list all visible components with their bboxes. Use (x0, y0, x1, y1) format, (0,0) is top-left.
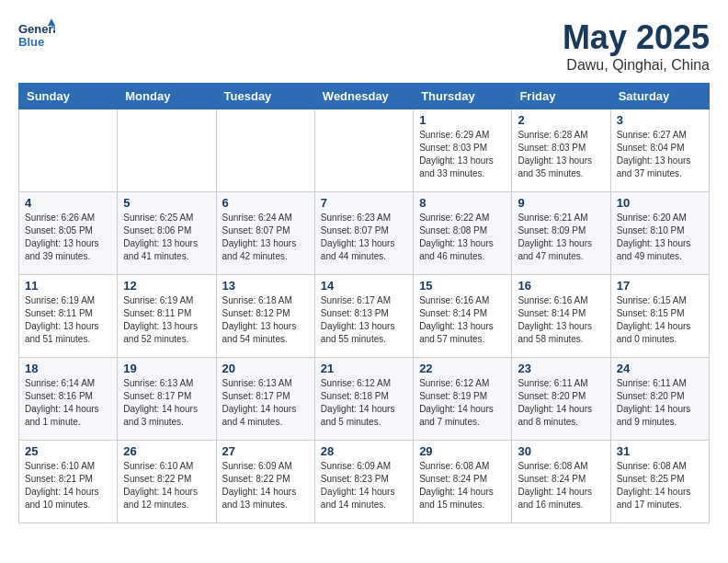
day-info: Sunrise: 6:13 AM Sunset: 8:17 PM Dayligh… (123, 377, 210, 429)
calendar-cell: 7Sunrise: 6:23 AM Sunset: 8:07 PM Daylig… (314, 192, 413, 275)
day-info: Sunrise: 6:27 AM Sunset: 8:04 PM Dayligh… (617, 129, 703, 180)
calendar-cell: 30Sunrise: 6:08 AM Sunset: 8:24 PM Dayli… (512, 441, 610, 523)
calendar-cell: 6Sunrise: 6:24 AM Sunset: 8:07 PM Daylig… (216, 192, 314, 275)
calendar-cell: 5Sunrise: 6:25 AM Sunset: 8:06 PM Daylig… (118, 192, 216, 275)
day-info: Sunrise: 6:21 AM Sunset: 8:09 PM Dayligh… (518, 212, 604, 263)
day-info: Sunrise: 6:11 AM Sunset: 8:20 PM Dayligh… (518, 377, 604, 429)
calendar-cell: 19Sunrise: 6:13 AM Sunset: 8:17 PM Dayli… (118, 358, 216, 441)
day-number: 4 (25, 196, 111, 210)
calendar-header-tuesday: Tuesday (216, 84, 314, 109)
calendar-cell: 8Sunrise: 6:22 AM Sunset: 8:08 PM Daylig… (414, 192, 512, 275)
calendar-cell: 2Sunrise: 6:28 AM Sunset: 8:03 PM Daylig… (512, 109, 610, 192)
calendar-week-row: 25Sunrise: 6:10 AM Sunset: 8:21 PM Dayli… (19, 441, 710, 523)
calendar-cell: 29Sunrise: 6:08 AM Sunset: 8:24 PM Dayli… (414, 441, 512, 523)
calendar-cell (118, 109, 216, 192)
day-number: 28 (321, 444, 407, 458)
day-number: 24 (617, 362, 703, 375)
day-number: 31 (617, 444, 703, 458)
day-info: Sunrise: 6:15 AM Sunset: 8:15 PM Dayligh… (617, 294, 703, 346)
calendar: SundayMondayTuesdayWednesdayThursdayFrid… (18, 83, 710, 523)
calendar-cell: 24Sunrise: 6:11 AM Sunset: 8:20 PM Dayli… (610, 358, 709, 441)
month-title: May 2025 (563, 18, 710, 57)
day-number: 19 (123, 362, 210, 375)
logo: General Blue (18, 18, 55, 51)
day-info: Sunrise: 6:13 AM Sunset: 8:17 PM Dayligh… (222, 377, 309, 429)
calendar-header-row: SundayMondayTuesdayWednesdayThursdayFrid… (19, 84, 710, 109)
calendar-cell: 9Sunrise: 6:21 AM Sunset: 8:09 PM Daylig… (512, 192, 610, 275)
calendar-cell: 4Sunrise: 6:26 AM Sunset: 8:05 PM Daylig… (19, 192, 118, 275)
svg-text:Blue: Blue (18, 35, 44, 49)
day-info: Sunrise: 6:14 AM Sunset: 8:16 PM Dayligh… (25, 377, 111, 429)
calendar-cell: 3Sunrise: 6:27 AM Sunset: 8:04 PM Daylig… (610, 109, 709, 192)
day-info: Sunrise: 6:29 AM Sunset: 8:03 PM Dayligh… (419, 129, 506, 180)
calendar-cell: 18Sunrise: 6:14 AM Sunset: 8:16 PM Dayli… (19, 358, 118, 441)
day-number: 22 (419, 362, 506, 375)
calendar-cell: 10Sunrise: 6:20 AM Sunset: 8:10 PM Dayli… (610, 192, 709, 275)
calendar-cell: 27Sunrise: 6:09 AM Sunset: 8:22 PM Dayli… (216, 441, 314, 523)
day-info: Sunrise: 6:10 AM Sunset: 8:21 PM Dayligh… (25, 460, 111, 511)
day-number: 5 (123, 196, 210, 210)
calendar-cell (19, 109, 118, 192)
calendar-week-row: 18Sunrise: 6:14 AM Sunset: 8:16 PM Dayli… (19, 358, 710, 441)
day-info: Sunrise: 6:18 AM Sunset: 8:12 PM Dayligh… (222, 294, 309, 346)
calendar-cell: 12Sunrise: 6:19 AM Sunset: 8:11 PM Dayli… (118, 275, 216, 358)
day-info: Sunrise: 6:16 AM Sunset: 8:14 PM Dayligh… (518, 294, 604, 346)
day-number: 1 (419, 113, 506, 127)
day-number: 11 (25, 279, 111, 293)
calendar-header-sunday: Sunday (19, 84, 118, 109)
day-info: Sunrise: 6:17 AM Sunset: 8:13 PM Dayligh… (321, 294, 407, 346)
day-number: 3 (617, 113, 703, 127)
calendar-week-row: 1Sunrise: 6:29 AM Sunset: 8:03 PM Daylig… (19, 109, 710, 192)
calendar-cell: 20Sunrise: 6:13 AM Sunset: 8:17 PM Dayli… (216, 358, 314, 441)
day-info: Sunrise: 6:11 AM Sunset: 8:20 PM Dayligh… (617, 377, 703, 429)
day-number: 27 (222, 444, 309, 458)
calendar-cell: 28Sunrise: 6:09 AM Sunset: 8:23 PM Dayli… (314, 441, 413, 523)
day-number: 7 (321, 196, 407, 210)
day-info: Sunrise: 6:20 AM Sunset: 8:10 PM Dayligh… (617, 212, 703, 263)
calendar-cell: 14Sunrise: 6:17 AM Sunset: 8:13 PM Dayli… (314, 275, 413, 358)
day-number: 18 (25, 362, 111, 375)
calendar-cell: 16Sunrise: 6:16 AM Sunset: 8:14 PM Dayli… (512, 275, 610, 358)
calendar-cell (216, 109, 314, 192)
day-number: 25 (25, 444, 111, 458)
day-number: 10 (617, 196, 703, 210)
day-info: Sunrise: 6:16 AM Sunset: 8:14 PM Dayligh… (419, 294, 506, 346)
calendar-cell: 21Sunrise: 6:12 AM Sunset: 8:18 PM Dayli… (314, 358, 413, 441)
calendar-week-row: 11Sunrise: 6:19 AM Sunset: 8:11 PM Dayli… (19, 275, 710, 358)
day-number: 13 (222, 279, 309, 293)
calendar-cell: 25Sunrise: 6:10 AM Sunset: 8:21 PM Dayli… (19, 441, 118, 523)
day-info: Sunrise: 6:08 AM Sunset: 8:24 PM Dayligh… (518, 460, 604, 511)
logo-icon: General Blue (18, 18, 55, 51)
calendar-cell: 31Sunrise: 6:08 AM Sunset: 8:25 PM Dayli… (610, 441, 709, 523)
calendar-cell: 17Sunrise: 6:15 AM Sunset: 8:15 PM Dayli… (610, 275, 709, 358)
day-info: Sunrise: 6:26 AM Sunset: 8:05 PM Dayligh… (25, 212, 111, 263)
day-info: Sunrise: 6:09 AM Sunset: 8:23 PM Dayligh… (321, 460, 407, 511)
day-info: Sunrise: 6:19 AM Sunset: 8:11 PM Dayligh… (123, 294, 210, 346)
calendar-header-monday: Monday (118, 84, 216, 109)
location-title: Dawu, Qinghai, China (563, 57, 710, 74)
title-area: May 2025 Dawu, Qinghai, China (563, 18, 710, 74)
calendar-header-thursday: Thursday (414, 84, 512, 109)
day-info: Sunrise: 6:28 AM Sunset: 8:03 PM Dayligh… (518, 129, 604, 180)
day-number: 23 (518, 362, 604, 375)
day-number: 9 (518, 196, 604, 210)
day-number: 20 (222, 362, 309, 375)
day-number: 16 (518, 279, 604, 293)
calendar-cell: 23Sunrise: 6:11 AM Sunset: 8:20 PM Dayli… (512, 358, 610, 441)
calendar-cell: 15Sunrise: 6:16 AM Sunset: 8:14 PM Dayli… (414, 275, 512, 358)
day-info: Sunrise: 6:08 AM Sunset: 8:24 PM Dayligh… (419, 460, 506, 511)
calendar-header-friday: Friday (512, 84, 610, 109)
calendar-cell: 13Sunrise: 6:18 AM Sunset: 8:12 PM Dayli… (216, 275, 314, 358)
calendar-cell (314, 109, 413, 192)
day-number: 6 (222, 196, 309, 210)
calendar-cell: 26Sunrise: 6:10 AM Sunset: 8:22 PM Dayli… (118, 441, 216, 523)
calendar-header-saturday: Saturday (610, 84, 709, 109)
day-info: Sunrise: 6:25 AM Sunset: 8:06 PM Dayligh… (123, 212, 210, 263)
calendar-header-wednesday: Wednesday (314, 84, 413, 109)
calendar-week-row: 4Sunrise: 6:26 AM Sunset: 8:05 PM Daylig… (19, 192, 710, 275)
day-info: Sunrise: 6:19 AM Sunset: 8:11 PM Dayligh… (25, 294, 111, 346)
day-number: 12 (123, 279, 210, 293)
day-number: 30 (518, 444, 604, 458)
day-number: 15 (419, 279, 506, 293)
day-number: 8 (419, 196, 506, 210)
